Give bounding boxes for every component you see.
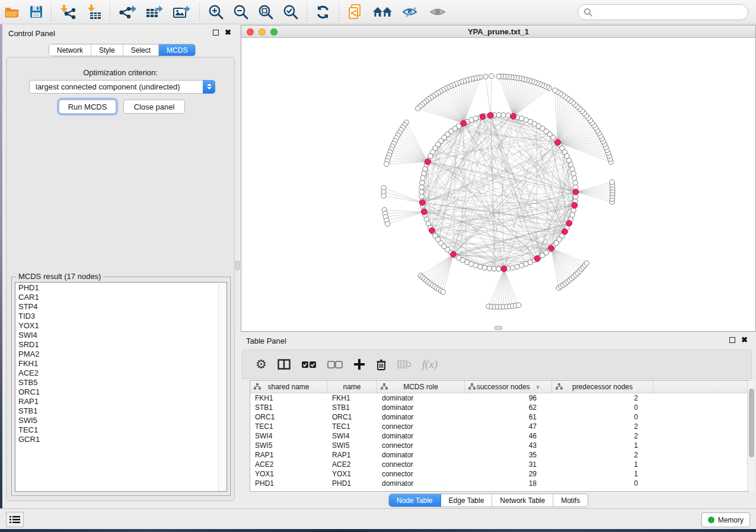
run-mcds-button[interactable]: Run MCDS — [59, 100, 116, 114]
cell-name[interactable]: TEC1 — [327, 422, 377, 431]
import-network-button[interactable] — [55, 2, 81, 22]
table-scrollbar[interactable] — [747, 381, 755, 491]
leaf-node[interactable] — [584, 261, 589, 265]
mcds-result-item[interactable]: TEC1 — [15, 425, 227, 434]
cell-shared-name[interactable]: ORC1 — [250, 413, 327, 421]
mcds-result-item[interactable]: PMA2 — [15, 349, 227, 358]
delete-columns-button[interactable] — [376, 358, 387, 371]
cell-shared-name[interactable]: STB1 — [250, 403, 327, 412]
network-node[interactable] — [496, 267, 501, 271]
mcds-node[interactable] — [511, 113, 516, 119]
network-node[interactable] — [487, 266, 492, 271]
network-graph[interactable] — [241, 38, 755, 331]
mcds-result-item[interactable]: ORC1 — [15, 387, 227, 396]
cell-name[interactable]: YOX1 — [327, 470, 377, 478]
mcds-result-item[interactable]: YOX1 — [15, 321, 227, 330]
mcds-result-item[interactable]: SRD1 — [15, 339, 227, 349]
network-node[interactable] — [422, 171, 426, 176]
mcds-result-item[interactable]: SWI5 — [15, 415, 227, 425]
mcds-node[interactable] — [501, 266, 507, 272]
cell-name[interactable]: ORC1 — [327, 413, 377, 421]
mcds-node[interactable] — [573, 189, 579, 195]
leaf-node[interactable] — [381, 194, 386, 198]
search-field[interactable] — [578, 4, 748, 20]
delete-table-button[interactable] — [397, 360, 412, 369]
tab-network[interactable]: Network — [49, 44, 91, 56]
task-history-button[interactable] — [6, 512, 24, 527]
column-header-shared-name[interactable]: shared name — [250, 381, 327, 393]
mcds-node[interactable] — [451, 251, 457, 257]
cell-name[interactable]: RAP1 — [327, 451, 377, 459]
cell-predecessor-nodes[interactable]: 2 — [552, 451, 653, 459]
mcds-result-item[interactable]: CAR1 — [15, 292, 227, 302]
cell-MCDS-role[interactable]: connector — [377, 441, 465, 450]
function-builder-button[interactable]: f(x) — [422, 358, 438, 371]
close-panel-icon[interactable]: ✖ — [741, 337, 748, 343]
cell-successor-nodes[interactable]: 29 — [465, 470, 552, 478]
import-table-button[interactable] — [81, 2, 106, 22]
leaf-node[interactable] — [384, 162, 389, 166]
cell-name[interactable]: SWI5 — [327, 441, 377, 450]
table-row[interactable]: YOX1YOX1connector291 — [250, 469, 748, 479]
network-node[interactable] — [572, 175, 577, 180]
show-columns-button[interactable] — [277, 359, 291, 370]
tab-style[interactable]: Style — [91, 44, 123, 56]
leaf-node[interactable] — [441, 290, 445, 294]
network-node[interactable] — [571, 208, 576, 213]
table-row[interactable]: ORC1ORC1dominator610 — [250, 412, 748, 422]
mcds-result-item[interactable]: RAP1 — [15, 396, 227, 406]
cell-MCDS-role[interactable]: connector — [377, 470, 465, 478]
leaf-node[interactable] — [489, 73, 494, 78]
column-header-predecessor-nodes[interactable]: predecessor nodes — [552, 381, 653, 393]
zoom-in-button[interactable] — [203, 2, 228, 22]
close-panel-button[interactable]: Close panel — [123, 100, 185, 114]
create-column-button[interactable] — [353, 358, 365, 370]
mcds-result-item[interactable]: GCR1 — [15, 434, 227, 444]
network-node[interactable] — [478, 264, 483, 269]
tab-select[interactable]: Select — [123, 44, 159, 56]
cell-MCDS-role[interactable]: dominator — [377, 432, 465, 440]
network-node[interactable] — [419, 194, 424, 199]
network-node[interactable] — [492, 267, 496, 271]
network-canvas[interactable] — [241, 38, 755, 331]
tab-mcds[interactable]: MCDS — [159, 44, 195, 56]
cell-name[interactable]: SWI4 — [327, 432, 377, 440]
split-divider-grip-horizontal[interactable] — [495, 326, 502, 330]
network-node[interactable] — [501, 113, 506, 117]
cell-predecessor-nodes[interactable]: 0 — [552, 403, 653, 412]
cell-MCDS-role[interactable]: connector — [377, 422, 465, 431]
cell-successor-nodes[interactable]: 96 — [465, 394, 552, 402]
cell-predecessor-nodes[interactable]: 2 — [552, 394, 653, 402]
export-table-button[interactable] — [141, 2, 168, 22]
cell-successor-nodes[interactable]: 43 — [465, 441, 552, 450]
leaf-node[interactable] — [416, 106, 420, 111]
open-session-button[interactable] — [0, 2, 25, 22]
mcds-result-item[interactable]: STB1 — [15, 406, 227, 415]
hide-selected-button[interactable] — [397, 2, 425, 22]
table-row[interactable]: SWI4SWI4dominator462 — [250, 431, 748, 441]
mcds-node[interactable] — [488, 113, 494, 118]
first-neighbors-button[interactable] — [368, 2, 397, 22]
show-all-button[interactable] — [425, 2, 451, 22]
network-node[interactable] — [573, 180, 578, 185]
mcds-result-list[interactable]: PHD1CAR1STP4TID3YOX1SWI4SRD1PMA2FKH1ACE2… — [15, 282, 227, 492]
mcds-node[interactable] — [480, 114, 486, 120]
tab-motifs[interactable]: Motifs — [553, 494, 588, 507]
mcds-result-item[interactable]: TID3 — [15, 311, 227, 321]
float-panel-icon[interactable] — [213, 30, 219, 36]
cell-name[interactable]: FKH1 — [327, 394, 377, 402]
cell-predecessor-nodes[interactable]: 1 — [552, 460, 653, 469]
leaf-node[interactable] — [610, 180, 614, 184]
cell-shared-name[interactable]: SWI4 — [250, 432, 327, 440]
cell-name[interactable]: STB1 — [327, 403, 377, 412]
deselect-all-button[interactable] — [327, 361, 343, 368]
leaf-node[interactable] — [516, 303, 521, 307]
column-header-name[interactable]: name — [327, 381, 377, 393]
table-row[interactable]: FKH1FKH1dominator962 — [250, 393, 748, 403]
save-session-button[interactable] — [25, 2, 47, 22]
mcds-node[interactable] — [461, 120, 467, 126]
mcds-node[interactable] — [572, 203, 578, 209]
cell-predecessor-nodes[interactable]: 0 — [552, 413, 653, 421]
criterion-dropdown[interactable]: largest connected component (undirected) — [29, 80, 215, 94]
memory-button[interactable]: Memory — [701, 512, 750, 527]
